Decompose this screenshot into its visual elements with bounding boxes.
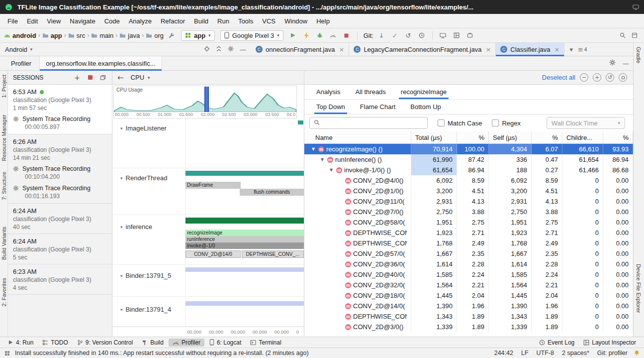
git-commit-button[interactable]: ✓ [389,30,400,40]
hide-panel-icon[interactable]: — [240,46,246,53]
thread-label[interactable]: ▾ImageListener [120,124,167,132]
collapse-arrow-icon[interactable]: ▾ [120,176,123,181]
tab-list-icon[interactable]: ≡ [578,46,583,53]
stripe-build-variants[interactable]: Build Variants [1,227,7,260]
history-button[interactable] [416,30,427,40]
reset-zoom-icon[interactable]: ↺ [606,73,614,82]
menu-edit[interactable]: Edit [22,16,42,26]
trace-event-runinference[interactable]: runInference [185,236,304,242]
window-controls-icon[interactable] [633,4,639,10]
trace-event-recognizeimage[interactable]: recognizeImage [185,230,304,236]
debug-button[interactable] [314,30,325,40]
stripe-7-structure[interactable]: 7: Structure [1,172,7,200]
column-header-5[interactable]: Childre... [562,131,603,143]
menu-help[interactable]: Help [312,16,334,26]
clock-type-dropdown[interactable]: Wall Clock Time ▾ [547,117,625,129]
subtab-bottom-up[interactable]: Bottom Up [404,100,447,114]
trace-event-depthwise-conv[interactable]: DEPTHWISE_CONV_... [242,250,304,258]
breadcrumb-app[interactable]: app [42,32,62,39]
toolwindow-terminal[interactable]: Terminal [246,339,285,347]
run-config-selector[interactable]: app ▾ [181,30,215,41]
stripe-device-file-explorer[interactable]: Device File Explorer [636,264,642,313]
regex-checkbox[interactable]: Regex [492,119,521,127]
menu-vcs[interactable]: VCS [258,16,280,26]
search-input[interactable] [309,117,428,129]
expand-arrow-icon[interactable]: ▼ [319,157,325,162]
match-case-checkbox[interactable]: Match Case [438,119,482,127]
table-row[interactable]: mDEPTHWISE_CON1,7682.491,7682.4900.00 [304,238,633,248]
collapse-all-icon[interactable] [216,46,222,53]
toolwindow-toggle-icon[interactable] [4,351,10,356]
column-header-4[interactable]: % [532,131,562,143]
menu-window[interactable]: Window [280,16,312,26]
back-button[interactable]: ← [117,73,124,82]
deselect-all-link[interactable]: Deselect all [542,74,575,81]
session-item[interactable]: 6:26 AMclassification (Google Pixel 3)14… [8,134,112,204]
breadcrumb-main[interactable]: main [91,32,113,39]
run-button[interactable] [287,30,298,40]
subtab-top-down[interactable]: Top Down [310,100,351,114]
selection-range-handle[interactable] [204,87,209,112]
thread-track[interactable]: recognizeImagerunInferenceinvoke@-1/0CON… [185,215,304,264]
table-row[interactable]: mCONV_2D@18/0(1,4452.041,4452.0400.00 [304,290,633,301]
breadcrumb-src[interactable]: src [68,32,85,39]
search-field[interactable] [323,119,423,127]
table-row[interactable]: mCONV_2D@40/0(1,5852.241,5852.2400.00 [304,269,633,280]
expand-arrow-icon[interactable]: ▼ [310,147,316,151]
breadcrumb-java[interactable]: java [119,32,140,39]
stop-button[interactable] [341,30,352,40]
column-header-6[interactable]: % [603,131,633,143]
zoom-to-selection-icon[interactable] [619,73,627,82]
toolwindow-event-log[interactable]: Event Log [535,339,578,347]
collapse-arrow-icon[interactable]: ▾ [120,225,123,230]
expand-arrow-icon[interactable]: ▼ [328,168,334,172]
cpu-usage-chart[interactable]: CPU Usage 00.00000.50001.00001.50002.000… [113,86,297,119]
menu-run[interactable]: Run [213,16,234,26]
device-selector[interactable]: Google Pixel 3 ▾ [220,30,283,41]
table-row[interactable]: mDEPTHWISE_CON1,9232.711,9232.7100.00 [304,228,633,238]
caret-position[interactable]: 244:42 [493,350,515,357]
gear-icon[interactable] [228,46,234,53]
tab-analysis[interactable]: Analysis [310,85,346,99]
close-tab-icon[interactable]: × [339,46,344,53]
stripe-resource-manager[interactable]: Resource Manager [1,115,7,161]
session-item[interactable]: 6:53 AMclassification (Google Pixel 3)1 … [8,85,112,134]
layout-inspector-icon[interactable] [451,30,462,40]
thread-label[interactable]: ▾Binder:13791_4 [120,306,171,313]
collapse-arrow-icon[interactable]: ▾ [120,307,123,312]
toolwindow-todo[interactable]: TODO [38,339,72,347]
session-item[interactable]: 6:23 AMclassification (Google Pixel 3)4 … [8,264,112,295]
editor-tab-legacycameraconnectionfragment-java[interactable]: CLegacyCameraConnectionFragment.java× [349,43,496,56]
stripe-gradle[interactable]: Gradle [636,47,642,63]
trace-event-flush-commands[interactable]: flush commands [240,189,304,196]
trace-event-drawframe[interactable]: DrawFrame [185,182,241,189]
thread-label[interactable]: ▾RenderThread [120,174,167,182]
subtab-flame-chart[interactable]: Flame Chart [354,100,402,114]
toolwindow-9-version-control[interactable]: 9: Version Control [73,339,137,347]
column-header-0[interactable]: Name [304,131,411,143]
stop-session-button[interactable] [86,75,94,80]
git-branch[interactable]: Git: profiler [596,350,629,357]
project-view-selector[interactable]: Android ▾ [5,46,32,53]
profile-button[interactable] [328,30,339,40]
trace-recording[interactable]: System Trace Recording [8,181,112,192]
table-row[interactable]: ▼mrecognizeImage() ()70,914100.004,3046.… [304,144,633,154]
trace-recording[interactable]: System Trace Recording [8,162,112,173]
table-row[interactable]: mCONV_2D@11/0(2,9314.132,9314.1300.00 [304,196,633,207]
locate-file-icon[interactable] [204,46,210,53]
table-row[interactable]: mCONV_2D@57/0(1,6672.351,6672.3500.00 [304,248,633,259]
column-header-2[interactable]: % [457,131,489,143]
thread-track[interactable] [185,297,304,326]
tab-all-threads[interactable]: All threads [349,85,391,99]
menu-code[interactable]: Code [100,16,124,26]
wrench-icon[interactable] [166,30,177,40]
table-row[interactable]: mCONV_2D@36/0(1,6142.281,6142.2800.00 [304,259,633,269]
session-item[interactable]: 6:24 AMclassification (Google Pixel 3)40… [8,204,112,234]
trace-recording[interactable]: System Trace Recording [8,112,112,123]
breadcrumb-android[interactable]: android [4,32,36,39]
collapse-arrow-icon[interactable]: ▾ [120,273,123,278]
table-row[interactable]: mCONV_2D@4/0()6,0928.596,0928.5900.00 [304,175,633,186]
menu-view[interactable]: View [42,16,65,26]
toolwindow-layout-inspector[interactable]: Layout Inspector [579,339,640,347]
profiler-tool-label[interactable]: Profiler [11,56,31,70]
